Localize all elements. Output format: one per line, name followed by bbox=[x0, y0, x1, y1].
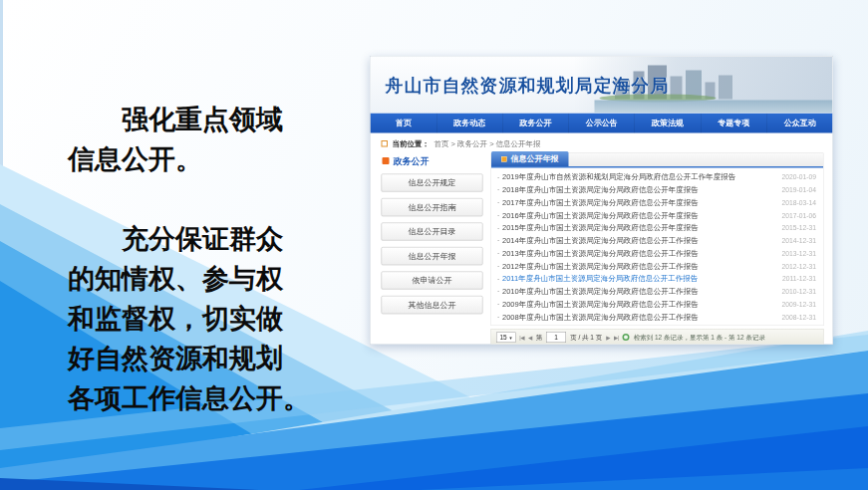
report-row: · 2016年度舟山市国土资源局定海分局政府信息公开年度报告 2017-01-0… bbox=[494, 209, 821, 222]
breadcrumb-label: 当前位置： bbox=[393, 138, 431, 148]
panel-tabbar: 信息公开年报 bbox=[491, 153, 823, 168]
tab-square-icon bbox=[501, 156, 507, 162]
report-date: 2019-01-04 bbox=[775, 186, 821, 194]
first-page-icon[interactable]: |◀ bbox=[519, 334, 524, 341]
bullet-icon: · bbox=[494, 236, 502, 245]
report-link[interactable]: 2019年度舟山市自然资源和规划局定海分局政府信息公开工作年度报告 bbox=[502, 172, 735, 182]
sidebar: 政务公开 信息公开规定信息公开指南信息公开目录信息公开年报依申请公开其他信息公开 bbox=[382, 153, 483, 321]
bullet-icon: · bbox=[494, 223, 502, 232]
report-link[interactable]: 2017年度舟山市国土资源局定海分局政府信息公开年度报告 bbox=[502, 198, 699, 208]
prev-page-icon[interactable]: ◀ bbox=[528, 334, 532, 341]
report-date: 2020-01-09 bbox=[775, 173, 821, 181]
refresh-icon[interactable] bbox=[623, 334, 630, 341]
main-panel: 信息公开年报 · 2019年度舟山市自然资源和规划局定海分局政府信息公开工作年度… bbox=[491, 153, 824, 346]
nav-item[interactable]: 专题专项 bbox=[701, 114, 766, 133]
report-link[interactable]: 2018年度舟山市国土资源局定海分局政府信息公开年度报告 bbox=[502, 185, 699, 195]
breadcrumb[interactable]: 首页 > 政务公开 > 信息公开年报 bbox=[434, 138, 541, 148]
report-link[interactable]: 2016年度舟山市国土资源局定海分局政府信息公开年度报告 bbox=[502, 210, 699, 220]
report-link[interactable]: 2014年度舟山市国土资源局定海分局政府信息公开工作报告 bbox=[502, 236, 699, 246]
main-nav: 首页 政务动态 政务公开 公示公告 政策法规 专题专项 公众互动 bbox=[371, 114, 833, 133]
report-list: · 2019年度舟山市自然资源和规划局定海分局政府信息公开工作年度报告 2020… bbox=[491, 168, 823, 326]
report-row: · 2009年度舟山市国土资源局定海分局政府信息公开工作报告 2009-12-3… bbox=[494, 298, 821, 311]
page-content: 政务公开 信息公开规定信息公开指南信息公开目录信息公开年报依申请公开其他信息公开… bbox=[371, 152, 833, 346]
bullet-icon: · bbox=[494, 287, 502, 296]
orange-square-icon bbox=[383, 157, 390, 164]
nav-item[interactable]: 首页 bbox=[371, 114, 436, 133]
report-date: 2010-12-31 bbox=[775, 288, 821, 296]
bullet-icon: · bbox=[494, 300, 502, 309]
bullet-icon: · bbox=[494, 198, 502, 207]
report-link[interactable]: 2013年度舟山市国土资源局定海分局政府信息公开工作报告 bbox=[502, 249, 699, 259]
slide-paragraph-2: 充分保证群众 的知情权、参与权 和监督权，切实做 好自然资源和规划 各项工作信息… bbox=[68, 219, 367, 418]
report-link[interactable]: 2011年度舟山市国土资源局定海分局政府信息公开工作报告 bbox=[502, 274, 698, 284]
location-icon bbox=[382, 140, 389, 147]
report-row: · 2019年度舟山市自然资源和规划局定海分局政府信息公开工作年度报告 2020… bbox=[494, 171, 821, 184]
page-number-input[interactable] bbox=[546, 332, 566, 343]
report-date: 2013-12-31 bbox=[775, 250, 821, 258]
sidebar-menu-item[interactable]: 信息公开年报 bbox=[382, 247, 483, 265]
bullet-icon: · bbox=[494, 211, 502, 220]
report-row: · 2018年度舟山市国土资源局定海分局政府信息公开年度报告 2019-01-0… bbox=[494, 183, 821, 196]
slide: 强化重点领域 信息公开。 充分保证群众 的知情权、参与权 和监督权，切实做 好自… bbox=[0, 0, 868, 490]
report-date: 2014-12-31 bbox=[775, 237, 821, 245]
nav-item[interactable]: 政务公开 bbox=[502, 114, 568, 133]
page-size-select[interactable]: 15 ▾ bbox=[496, 332, 515, 343]
report-link[interactable]: 2015年度舟山市国土资源局定海分局政府信息公开年度报告 bbox=[502, 223, 699, 233]
nav-item-label: 公示公告 bbox=[586, 118, 618, 128]
report-row: · 2012年度舟山市国土资源局定海分局政府信息公开工作报告 2012-12-3… bbox=[494, 260, 821, 273]
caret-down-icon: ▾ bbox=[509, 335, 512, 341]
last-page-icon[interactable]: ▶| bbox=[614, 334, 619, 341]
bullet-icon: · bbox=[494, 274, 502, 283]
slide-body-text: 强化重点领域 信息公开。 充分保证群众 的知情权、参与权 和监督权，切实做 好自… bbox=[68, 60, 367, 458]
bullet-icon: · bbox=[494, 185, 502, 194]
bullet-icon: · bbox=[494, 172, 502, 181]
website-screenshot: 舟山市自然资源和规划局定海分局 首页 政务动态 政务公开 公示公告 政策法规 专… bbox=[370, 56, 833, 345]
bullet-icon: · bbox=[494, 249, 502, 258]
pagination-bar: 15 ▾ |◀ ◀ 第 页 / 共 1 页 ▶ ▶| 检索到 12 条记录，显示… bbox=[491, 329, 824, 345]
report-row: · 2014年度舟山市国土资源局定海分局政府信息公开工作报告 2014-12-3… bbox=[494, 234, 821, 247]
page-label: 第 bbox=[536, 333, 543, 342]
next-page-icon[interactable]: ▶ bbox=[606, 334, 610, 341]
sidebar-menu-item[interactable]: 其他信息公开 bbox=[382, 296, 483, 314]
nav-item[interactable]: 公众互动 bbox=[766, 114, 832, 133]
sidebar-menu-item[interactable]: 信息公开目录 bbox=[382, 223, 483, 241]
bullet-icon: · bbox=[494, 313, 502, 322]
report-link[interactable]: 2010年度舟山市国土资源局定海分局政府信息公开工作报告 bbox=[502, 287, 699, 297]
nav-item-label: 首页 bbox=[396, 118, 412, 128]
building-shape bbox=[719, 76, 732, 100]
slide-paragraph-1: 强化重点领域 信息公开。 bbox=[68, 100, 367, 179]
report-panel: 信息公开年报 · 2019年度舟山市自然资源和规划局定海分局政府信息公开工作年度… bbox=[491, 153, 824, 327]
report-row: · 2010年度舟山市国土资源局定海分局政府信息公开工作报告 2010-12-3… bbox=[494, 285, 821, 298]
sidebar-menu-item[interactable]: 信息公开指南 bbox=[382, 198, 483, 216]
report-date: 2012-12-31 bbox=[775, 262, 821, 270]
page-size-value: 15 bbox=[500, 334, 507, 342]
breadcrumb-bar: 当前位置： 首页 > 政务公开 > 信息公开年报 bbox=[371, 135, 833, 152]
report-link[interactable]: 2008年度舟山市国土资源局定海分局政府信息公开工作报告 bbox=[502, 312, 699, 322]
page-total-label: 页 / 共 1 页 bbox=[570, 333, 602, 342]
report-date: 2015-12-31 bbox=[775, 224, 821, 232]
bullet-icon: · bbox=[494, 262, 502, 271]
sidebar-menu-item[interactable]: 信息公开规定 bbox=[382, 174, 483, 192]
nav-item[interactable]: 政务动态 bbox=[436, 114, 502, 133]
nav-item-label: 公众互动 bbox=[784, 118, 816, 128]
website-page: 舟山市自然资源和规划局定海分局 首页 政务动态 政务公开 公示公告 政策法规 专… bbox=[370, 56, 833, 345]
report-date: 2009-12-31 bbox=[775, 301, 821, 309]
water-shape bbox=[594, 101, 832, 114]
report-row: · 2017年度舟山市国土资源局定海分局政府信息公开年度报告 2018-03-1… bbox=[494, 196, 821, 209]
tab-info-annual-report[interactable]: 信息公开年报 bbox=[491, 151, 569, 166]
report-row: · 2008年度舟山市国土资源局定海分局政府信息公开工作报告 2008-12-3… bbox=[494, 311, 821, 324]
pagination-summary: 检索到 12 条记录，显示第 1 条 - 第 12 条记录 bbox=[634, 333, 765, 342]
report-date: 2018-03-14 bbox=[775, 199, 821, 207]
report-row: · 2015年度舟山市国土资源局定海分局政府信息公开年度报告 2015-12-3… bbox=[494, 222, 821, 235]
site-title: 舟山市自然资源和规划局定海分局 bbox=[386, 74, 670, 99]
sidebar-title: 政务公开 bbox=[394, 155, 430, 167]
report-row: · 2011年度舟山市国土资源局定海分局政府信息公开工作报告 2011-12-3… bbox=[494, 273, 821, 286]
report-date: 2011-12-31 bbox=[776, 275, 821, 283]
nav-item-label: 政策法规 bbox=[652, 118, 684, 128]
report-link[interactable]: 2012年度舟山市国土资源局定海分局政府信息公开工作报告 bbox=[502, 261, 699, 271]
nav-item[interactable]: 公示公告 bbox=[568, 114, 634, 133]
site-banner: 舟山市自然资源和规划局定海分局 bbox=[371, 57, 833, 114]
nav-item[interactable]: 政策法规 bbox=[635, 114, 701, 133]
report-link[interactable]: 2009年度舟山市国土资源局定海分局政府信息公开工作报告 bbox=[502, 300, 699, 310]
sidebar-menu-item[interactable]: 依申请公开 bbox=[382, 272, 483, 290]
